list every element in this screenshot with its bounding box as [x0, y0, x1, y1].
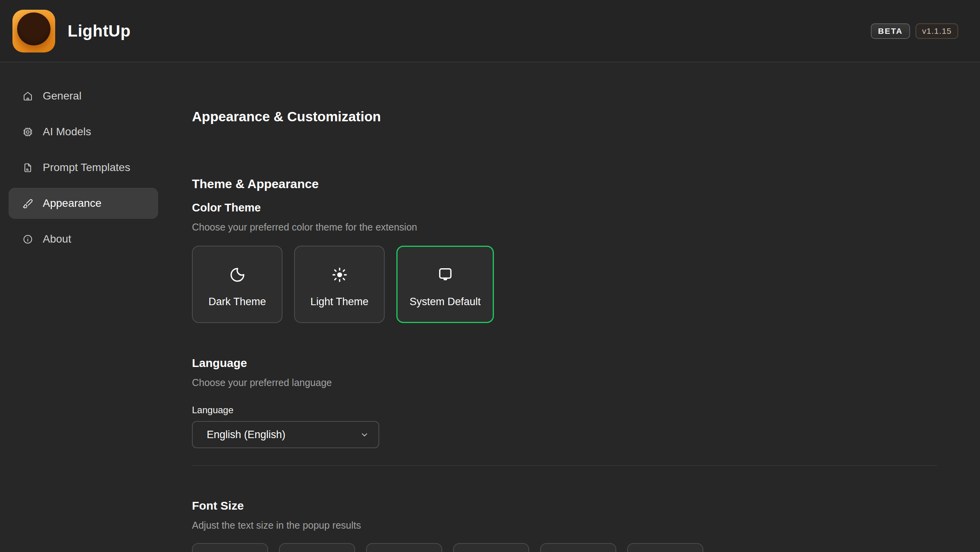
sidebar-item-label: AI Models [43, 126, 91, 138]
version-badge: v1.1.15 [915, 23, 958, 39]
sidebar-item-prompt-templates[interactable]: Prompt Templates [9, 152, 158, 183]
sidebar-nav: GeneralAI ModelsPrompt TemplatesAppearan… [0, 62, 192, 255]
file-text-icon [23, 162, 33, 173]
theme-option-label: Light Theme [310, 296, 369, 308]
sidebar-item-about[interactable]: About [9, 224, 158, 255]
moon-icon [229, 266, 246, 283]
section-divider [192, 465, 938, 466]
theme-option-label: System Default [410, 296, 481, 308]
theme-option-dark[interactable]: Dark Theme [192, 246, 282, 323]
sidebar-item-general[interactable]: General [9, 80, 158, 112]
theme-option-system[interactable]: System Default [396, 246, 494, 323]
info-icon [23, 234, 33, 245]
main-content: Appearance & Customization Theme & Appea… [192, 62, 980, 552]
monitor-icon [437, 266, 454, 283]
app-title: LightUp [68, 22, 131, 40]
language-select[interactable]: English (English) [192, 421, 379, 448]
chevron-down-icon [359, 429, 370, 440]
cpu-icon [23, 127, 33, 137]
theme-option-label: Dark Theme [208, 296, 266, 308]
theme-option-light[interactable]: Light Theme [294, 246, 385, 323]
sidebar-item-label: About [43, 233, 71, 245]
app-logo-icon [12, 10, 55, 52]
language-field-label: Language [192, 405, 938, 416]
font-size-option[interactable] [366, 543, 442, 552]
lightup-settings-window: LightUp BETA v1.1.15 GeneralAI ModelsPro… [0, 0, 980, 552]
header-badges: BETA v1.1.15 [871, 23, 959, 39]
language-section-title: Language [192, 356, 938, 370]
language-select-value: English (English) [207, 429, 286, 441]
theme-options: Dark ThemeLight ThemeSystem Default [192, 246, 938, 323]
color-theme-heading: Color Theme [192, 201, 938, 215]
eclipse-icon [17, 12, 51, 45]
app-header: LightUp BETA v1.1.15 [0, 0, 980, 62]
font-size-option[interactable] [453, 543, 529, 552]
sidebar-item-appearance[interactable]: Appearance [9, 188, 158, 219]
language-description: Choose your preferred language [192, 377, 938, 388]
theme-section-title: Theme & Appearance [192, 176, 938, 191]
brand: LightUp [12, 10, 131, 52]
font-size-option[interactable] [627, 543, 703, 552]
chevron-down-icon-slot [359, 429, 370, 440]
sidebar-item-label: General [43, 90, 82, 102]
home-icon [23, 91, 33, 101]
beta-badge: BETA [871, 23, 910, 39]
page-title: Appearance & Customization [192, 108, 938, 125]
sidebar-item-label: Appearance [43, 197, 101, 210]
sidebar-item-ai-models[interactable]: AI Models [9, 116, 158, 147]
font-size-options [192, 543, 938, 552]
font-size-option[interactable] [192, 543, 268, 552]
sidebar-item-label: Prompt Templates [43, 161, 130, 174]
paintbrush-icon [23, 198, 33, 209]
body-row: GeneralAI ModelsPrompt TemplatesAppearan… [0, 62, 980, 552]
font-size-option[interactable] [540, 543, 616, 552]
font-size-description: Adjust the text size in the popup result… [192, 519, 938, 531]
font-size-section-title: Font Size [192, 499, 938, 513]
sun-icon [331, 266, 348, 283]
color-theme-description: Choose your preferred color theme for th… [192, 221, 938, 233]
font-size-option[interactable] [279, 543, 355, 552]
